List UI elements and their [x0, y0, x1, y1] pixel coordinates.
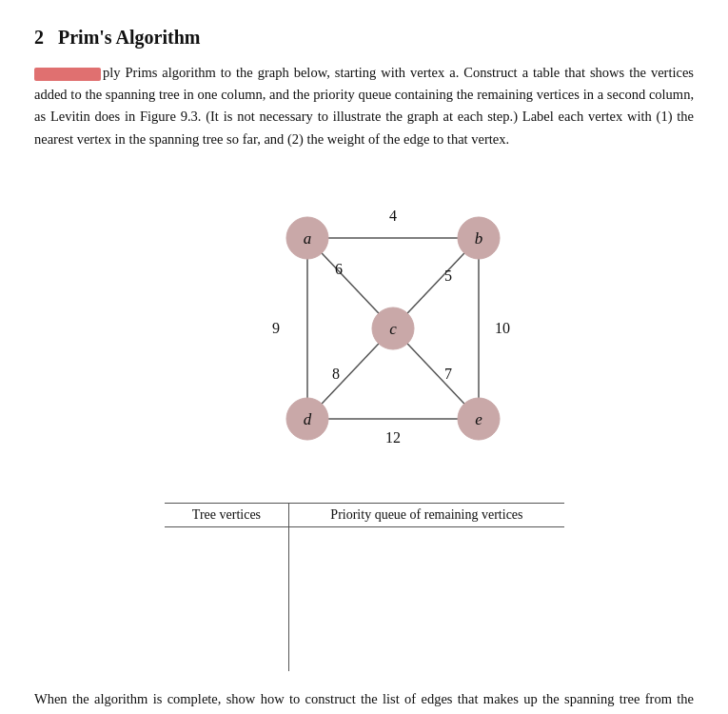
row1-col1 — [165, 526, 289, 563]
table-row — [165, 526, 564, 563]
weight-ad: 9 — [272, 320, 280, 336]
problem-text: ply Prims algorithm to the graph below, … — [34, 62, 694, 150]
footer-text: When the algorithm is complete, show how… — [34, 688, 694, 714]
weight-bc: 5 — [444, 268, 452, 284]
vertex-a-label: a — [303, 229, 311, 248]
row4-col1 — [165, 635, 289, 671]
footer-content: When the algorithm is complete, show how… — [34, 691, 694, 714]
weight-be: 10 — [495, 320, 510, 336]
weight-de: 12 — [385, 429, 401, 446]
table-row — [165, 563, 564, 599]
weight-ce: 7 — [444, 366, 452, 382]
vertex-c-label: c — [389, 320, 397, 338]
row4-col2 — [289, 635, 564, 671]
row1-col2 — [289, 526, 564, 563]
weight-cd: 8 — [332, 366, 340, 382]
weight-ab: 4 — [389, 208, 397, 224]
vertex-e-label: e — [475, 410, 482, 428]
row3-col2 — [289, 599, 564, 635]
construct-table-label: Construct a table — [463, 65, 560, 80]
prim-table: Tree vertices Priority queue of remainin… — [165, 503, 564, 672]
highlight-redaction — [34, 68, 101, 81]
graph-svg: 4 6 9 5 10 8 7 12 a b c d e — [184, 171, 545, 476]
col1-header: Tree vertices — [165, 503, 289, 526]
section-heading: Prim's Algorithm — [58, 27, 200, 48]
vertex-b-label: b — [474, 229, 482, 248]
section-title: 2 Prim's Algorithm — [34, 27, 694, 49]
section-number: 2 — [34, 27, 44, 48]
weight-ac: 6 — [335, 261, 343, 277]
row3-col1 — [165, 599, 289, 635]
graph-container: 4 6 9 5 10 8 7 12 a b c d e — [34, 171, 694, 476]
vertex-d-label: d — [303, 410, 311, 428]
text-before: ply Prims algorithm to the graph below, … — [103, 65, 459, 80]
table-row — [165, 635, 564, 671]
table-row — [165, 599, 564, 635]
row2-col1 — [165, 563, 289, 599]
row2-col2 — [289, 563, 564, 599]
col2-header: Priority queue of remaining vertices — [289, 503, 564, 526]
